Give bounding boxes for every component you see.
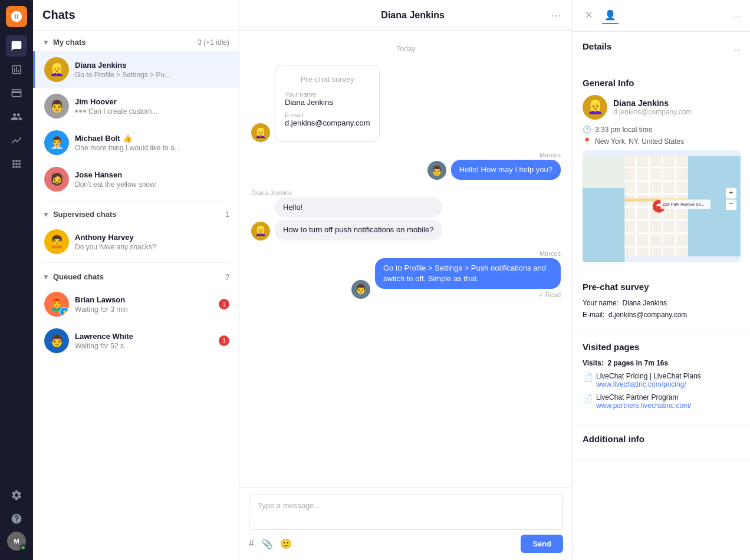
nav-bottom-section: M: [6, 485, 27, 554]
chat-info-brian: Brian Lawson Waiting for 3 min: [75, 295, 213, 314]
agent-bubble-2: Go to Profile > Settings > Push notifica…: [375, 258, 561, 289]
chat-item-jim[interactable]: 👨 Jim Hoover Can I create custom...: [33, 88, 239, 124]
chat-preview-diana: Go to Profile > Settings > Pu...: [75, 71, 229, 79]
my-chats-header-left: ▼ My chats: [42, 38, 86, 47]
nav-tickets[interactable]: [6, 83, 27, 104]
read-receipt: ✓ Read: [538, 291, 561, 299]
chat-info-anthony: Anthony Harvey Do you have any snacks?: [75, 233, 229, 251]
queued-count: 2: [225, 273, 229, 281]
brian-badge: 1: [219, 299, 229, 309]
contact-name-email: Diana Jenkins d.jenkins@company.com: [613, 98, 692, 116]
chat-item-diana[interactable]: 👱‍♀️ Diana Jenkins Go to Profile > Setti…: [33, 51, 239, 88]
chat-header: Diana Jenkins ···: [239, 0, 573, 31]
chat-item-anthony[interactable]: 🧑‍🦱 Anthony Harvey Do you have any snack…: [33, 223, 239, 260]
supervised-label: Supervised chats: [53, 210, 117, 219]
queued-header-left: ▼ Queued chats: [42, 272, 104, 281]
chat-item-brian[interactable]: 👨‍🦰 ⚡ Brian Lawson Waiting for 3 min 1: [33, 286, 239, 322]
jim-preview-text: Can I create custom...: [88, 107, 157, 116]
nav-team[interactable]: [6, 106, 27, 127]
map-svg: 228 Park Avenue So... + −: [583, 150, 741, 262]
visits-summary: Visits: 2 pages in 7m 16s: [583, 359, 741, 367]
nav-analytics[interactable]: [6, 130, 27, 151]
chat-header-more[interactable]: ···: [551, 8, 561, 22]
visits-value: 2 pages in 7m 16s: [607, 359, 668, 367]
svg-text:228 Park Avenue So...: 228 Park Avenue So...: [663, 202, 705, 207]
avatar-lawrence: 👨: [44, 328, 69, 353]
page-url-1[interactable]: www.livechatinc.com/pricing/: [596, 380, 701, 388]
user-avatar-nav[interactable]: M: [7, 532, 26, 551]
input-toolbar: # 📎 🙂 Send: [249, 535, 563, 553]
location-info: 📍 New York, NY, United States: [583, 137, 741, 146]
details-more[interactable]: ···: [734, 45, 741, 54]
nav-chats[interactable]: [6, 35, 27, 57]
svg-rect-9: [624, 233, 688, 235]
visits-label: Visits:: [583, 359, 604, 367]
chat-name-jose: Jose Hansen: [75, 170, 229, 179]
user-sender: Diana Jenkins: [251, 189, 561, 196]
user-info-tab[interactable]: 👤: [602, 7, 619, 24]
svg-text:−: −: [729, 200, 733, 208]
close-panel-btn[interactable]: ✕: [583, 7, 595, 24]
user-msg-group: Diana Jenkins 👱‍♀️ Hello! How to turn of…: [251, 189, 561, 240]
chat-item-michael[interactable]: 👨‍💼 Michael Bolt 👍 One more thing I woul…: [33, 124, 239, 161]
agent-bubble-1: Hello! How may I help you?: [451, 160, 561, 180]
avatar-diana: 👱‍♀️: [44, 57, 69, 82]
sidebar-title: Chats: [33, 0, 239, 31]
chat-name-jim: Jim Hoover: [75, 97, 229, 106]
chat-info-jose: Jose Hansen Don't eat the yellow snow!: [75, 170, 229, 189]
user-msg-row: 👱‍♀️ Hello! How to turn off push notific…: [251, 197, 561, 240]
page-url-2[interactable]: www.partners.livechatinc.com/: [596, 401, 691, 410]
nav-livechat[interactable]: [6, 59, 27, 80]
user-bubble-group: Hello! How to turn off push notification…: [275, 197, 442, 240]
chat-name-lawrence: Lawrence White: [75, 332, 213, 341]
panel-header: ✕ 👤 ···: [573, 0, 750, 32]
panel-more-btn[interactable]: ···: [734, 11, 741, 20]
chat-preview-brian: Waiting for 3 min: [75, 305, 213, 314]
input-tools: # 📎 🙂: [249, 538, 292, 549]
pre-chat-survey-title: Pre-chat survey: [583, 282, 741, 292]
page-info-2: LiveChat Partner Program www.partners.li…: [596, 393, 691, 410]
survey-msg-row: 👱‍♀️ Pre-chat survey Your name: Diana Je…: [251, 65, 561, 142]
nav-settings[interactable]: [6, 485, 27, 506]
survey-email-label: E-mail:: [285, 111, 370, 118]
nav-help[interactable]: [6, 508, 27, 529]
agent-msg-1-group: Marcos Hello! How may I help you? 👨: [251, 151, 561, 180]
general-info-title: General Info: [583, 78, 741, 88]
additional-info-title: Additional info: [583, 434, 741, 444]
details-title: Details: [583, 41, 611, 51]
chat-item-jose[interactable]: 🧔 Jose Hansen Don't eat the yellow snow!: [33, 161, 239, 197]
survey-sender-avatar: 👱‍♀️: [251, 123, 270, 142]
nav-extensions[interactable]: [6, 153, 27, 174]
my-chats-label: My chats: [53, 38, 86, 47]
user-avatar: 👱‍♀️: [251, 222, 270, 241]
send-button[interactable]: Send: [521, 535, 563, 553]
agent-msg-2-row: Go to Profile > Settings > Push notifica…: [251, 258, 561, 299]
emoji-icon[interactable]: 🙂: [280, 538, 292, 549]
chat-item-lawrence[interactable]: 👨 Lawrence White Waiting for 52 s 1: [33, 322, 239, 359]
messenger-badge: ⚡: [60, 307, 69, 317]
chat-info-lawrence: Lawrence White Waiting for 52 s: [75, 332, 213, 350]
contact-email: d.jenkins@company.com: [613, 108, 692, 116]
chat-name-diana: Diana Jenkins: [75, 61, 229, 70]
attachment-icon[interactable]: 📎: [261, 538, 273, 549]
chat-preview-jose: Don't eat the yellow snow!: [75, 180, 229, 189]
hashtag-icon[interactable]: #: [249, 538, 254, 549]
dot1: [75, 110, 78, 113]
queued-chats-header: ▼ Queued chats 2: [33, 265, 239, 286]
message-input-box[interactable]: Type a message...: [249, 495, 563, 530]
my-chats-chevron[interactable]: ▼: [42, 38, 50, 47]
chat-preview-anthony: Do you have any snacks?: [75, 243, 229, 251]
typing-dots: [75, 110, 86, 113]
supervised-chevron[interactable]: ▼: [42, 210, 50, 219]
online-indicator: [20, 545, 26, 551]
page-title-1: LiveChat Pricing | LiveChat Plans: [596, 372, 701, 380]
divider-2: [42, 262, 229, 263]
my-chats-section-header: ▼ My chats 3 (+1 idle): [33, 31, 239, 51]
general-info-section: General Info 👱‍♀️ Diana Jenkins d.jenkin…: [573, 68, 750, 272]
queued-chevron[interactable]: ▼: [42, 273, 50, 281]
app-logo[interactable]: [6, 6, 27, 27]
pre-chat-survey-card: Pre-chat survey Your name: Diana Jenkins…: [275, 65, 380, 142]
input-placeholder: Type a message...: [258, 501, 320, 510]
location-icon: 📍: [583, 137, 591, 146]
date-separator: Today: [251, 45, 561, 53]
